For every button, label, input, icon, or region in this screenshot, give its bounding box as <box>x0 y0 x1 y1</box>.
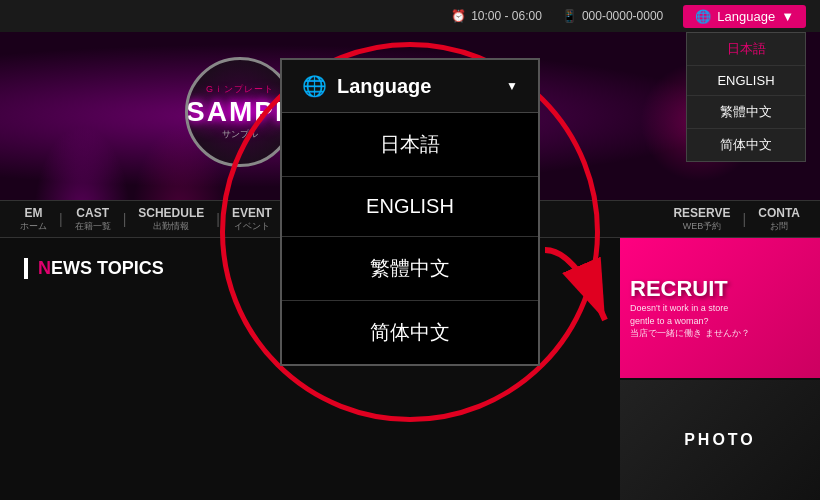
top-bar: ⏰ 10:00 - 06:00 📱 000-0000-0000 🌐 Langua… <box>0 0 820 32</box>
news-title-n: N <box>38 258 51 278</box>
lang-option-ja[interactable]: 日本語 <box>282 113 538 177</box>
nav-sub-reserve: WEB予約 <box>683 221 722 232</box>
logo-circle: Gｉンプレート SAMPL サンプル <box>185 57 295 167</box>
lang-dropdown-small: 日本語 ENGLISH 繁體中文 简体中文 <box>686 32 806 162</box>
nav-sub-event: イベント <box>234 221 270 232</box>
hours-item: ⏰ 10:00 - 06:00 <box>451 9 542 23</box>
globe-icon-popup: 🌐 <box>302 74 327 98</box>
lang-option-cn-small[interactable]: 简体中文 <box>687 129 805 161</box>
language-button[interactable]: 🌐 Language ▼ <box>683 5 806 28</box>
chevron-icon-popup: ▼ <box>506 79 518 93</box>
recruit-sub-1: Doesn't it work in a store <box>630 302 728 315</box>
chevron-down-icon: ▼ <box>781 9 794 24</box>
nav-sub-contact: お問 <box>770 221 788 232</box>
nav-item-contact[interactable]: CONTA お問 <box>748 206 810 231</box>
nav-item-reserve[interactable]: RESERVE WEB予約 <box>663 206 740 231</box>
recruit-sub-3: 当店で一緒に働き ませんか？ <box>630 327 750 340</box>
phone-text: 000-0000-0000 <box>582 9 663 23</box>
nav-sep-5: | <box>743 211 747 227</box>
nav-sep-2: | <box>123 211 127 227</box>
lang-popup-title: Language <box>337 75 431 98</box>
recruit-sub-2: gentle to a woman? <box>630 315 709 328</box>
logo-subtext: Gｉンプレート <box>206 83 274 96</box>
phone-icon: 📱 <box>562 9 577 23</box>
lang-popup-header: 🌐 Language ▼ <box>282 60 538 113</box>
language-popup-overlay: 🌐 Language ▼ 日本語 ENGLISH 繁體中文 简体中文 <box>280 58 540 366</box>
logo-label: サンプル <box>222 128 258 141</box>
nav-item-event[interactable]: EVENT イベント <box>222 206 282 231</box>
lang-option-ja-small[interactable]: 日本語 <box>687 33 805 66</box>
lang-button-label: Language <box>717 9 775 24</box>
lang-option-cn[interactable]: 简体中文 <box>282 301 538 364</box>
recruit-card[interactable]: RECRUIT Doesn't it work in a store gentl… <box>620 238 820 378</box>
lang-option-tw[interactable]: 繁體中文 <box>282 237 538 301</box>
nav-item-home[interactable]: EM ホーム <box>10 206 57 231</box>
nav-sep-1: | <box>59 211 63 227</box>
clock-icon: ⏰ <box>451 9 466 23</box>
nav-label-cast: CAST <box>76 206 109 220</box>
nav-item-schedule[interactable]: SCHEDULE 出勤情報 <box>128 206 214 231</box>
globe-icon-top: 🌐 <box>695 9 711 24</box>
lang-option-tw-small[interactable]: 繁體中文 <box>687 96 805 129</box>
recruit-title: RECRUIT <box>630 276 728 302</box>
hours-text: 10:00 - 06:00 <box>471 9 542 23</box>
nav-label-home: EM <box>25 206 43 220</box>
nav-label-schedule: SCHEDULE <box>138 206 204 220</box>
photo-card[interactable]: PHOTO <box>620 380 820 500</box>
logo-text: SAMPL <box>186 96 294 128</box>
nav-sub-home: ホーム <box>20 221 47 232</box>
nav-label-contact: CONTA <box>758 206 800 220</box>
nav-label-event: EVENT <box>232 206 272 220</box>
nav-item-cast[interactable]: CAST 在籍一覧 <box>65 206 121 231</box>
lang-option-en-small[interactable]: ENGLISH <box>687 66 805 96</box>
phone-item: 📱 000-0000-0000 <box>562 9 663 23</box>
news-title-rest: EWS TOPICS <box>51 258 164 278</box>
nav-label-reserve: RESERVE <box>673 206 730 220</box>
nav-sub-schedule: 出勤情報 <box>153 221 189 232</box>
lang-option-en[interactable]: ENGLISH <box>282 177 538 237</box>
photo-label: PHOTO <box>684 431 756 449</box>
right-sidebar: RECRUIT Doesn't it work in a store gentl… <box>620 238 820 500</box>
nav-sep-3: | <box>216 211 220 227</box>
language-popup: 🌐 Language ▼ 日本語 ENGLISH 繁體中文 简体中文 <box>280 58 540 366</box>
nav-sub-cast: 在籍一覧 <box>75 221 111 232</box>
